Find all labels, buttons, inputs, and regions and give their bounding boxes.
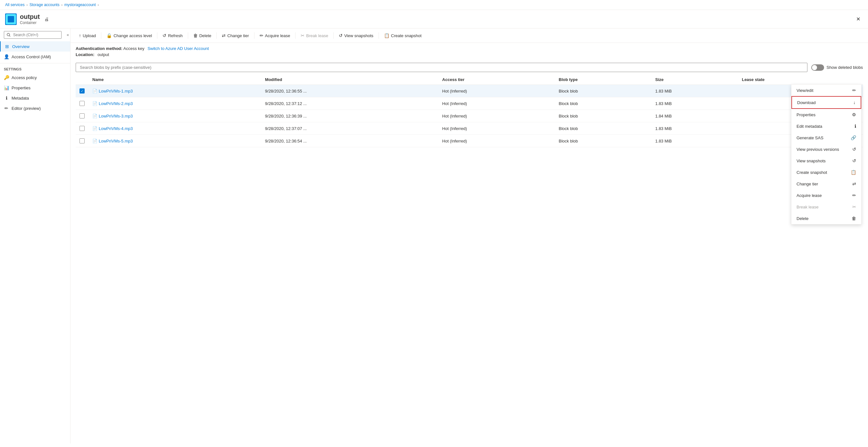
auth-label: Authentication method: [75, 46, 122, 51]
delete-button[interactable]: 🗑 Delete [190, 31, 215, 40]
table-row: ✓📄LowPriVMs-1.mp39/28/2020, 12:36:55 ...… [75, 85, 863, 97]
file-link-0[interactable]: LowPriVMs-1.mp3 [99, 89, 133, 94]
row-blob_type-2: Block blob [555, 110, 651, 122]
main-layout: « ⊞ Overview 👤 Access Control (IAM) Sett… [0, 29, 868, 444]
menu-label-break-lease: Break lease [797, 205, 819, 209]
table-row: 📄LowPriVMs-4.mp39/28/2020, 12:37:07 ...H… [75, 122, 863, 135]
menu-item-view-previous[interactable]: View previous versions↺ [792, 143, 861, 155]
row-name-2: 📄LowPriVMs-3.mp3 [89, 110, 261, 122]
menu-label-view-previous: View previous versions [797, 147, 839, 152]
show-deleted-toggle-group: Show deleted blobs [811, 64, 863, 71]
row-size-2: 1.84 MiB [651, 110, 738, 122]
menu-item-download[interactable]: Download↓ [792, 96, 861, 109]
refresh-label: Refresh [168, 33, 183, 38]
acquire-lease-icon: ✏ [260, 33, 264, 38]
location-label: Location: [75, 52, 95, 57]
file-link-1[interactable]: LowPriVMs-2.mp3 [99, 101, 133, 106]
row-checkbox-4[interactable] [80, 138, 85, 143]
menu-icon-view-snapshots: ↺ [852, 158, 856, 163]
row-blob_type-3: Block blob [555, 122, 651, 135]
break-lease-button[interactable]: ✂ Break lease [298, 31, 332, 40]
sidebar-item-properties[interactable]: 📊 Properties [0, 82, 70, 93]
refresh-button[interactable]: ↺ Refresh [159, 31, 186, 40]
sidebar-item-iam[interactable]: 👤 Access Control (IAM) [0, 51, 70, 62]
change-access-label: Change access level [114, 33, 152, 38]
menu-item-delete[interactable]: Delete🗑 [792, 213, 861, 224]
sidebar-item-overview[interactable]: ⊞ Overview [0, 41, 70, 51]
breadcrumb-all-services[interactable]: All services [5, 3, 25, 7]
breadcrumb-storage-accounts[interactable]: Storage accounts [30, 3, 59, 7]
toolbar: ↑ Upload 🔒 Change access level ↺ Refresh… [70, 29, 868, 43]
breadcrumb-mystorageaccount[interactable]: mystorageaccount [64, 3, 96, 7]
toolbar-sep-3 [188, 32, 188, 39]
show-deleted-toggle[interactable] [811, 64, 824, 71]
menu-item-acquire-lease[interactable]: Acquire lease✏ [792, 190, 861, 201]
sidebar-item-overview-label: Overview [12, 44, 30, 49]
change-tier-button[interactable]: ⇄ Change tier [219, 31, 252, 40]
close-button[interactable]: ✕ [854, 15, 863, 23]
create-snapshot-button[interactable]: 📋 Create snapshot [381, 31, 425, 40]
breadcrumb-sep-1: › [27, 3, 28, 7]
acquire-lease-label: Acquire lease [265, 33, 290, 38]
menu-item-view-snapshots[interactable]: View snapshots↺ [792, 155, 861, 167]
menu-label-acquire-lease: Acquire lease [797, 193, 822, 198]
row-blob_type-1: Block blob [555, 97, 651, 110]
menu-icon-view-previous: ↺ [852, 147, 856, 152]
menu-item-generate-sas[interactable]: Generate SAS🔗 [792, 132, 861, 143]
iam-icon: 👤 [4, 54, 9, 59]
row-checkbox-1[interactable] [80, 101, 85, 106]
sidebar-item-editor[interactable]: ✏ Editor (preview) [0, 103, 70, 113]
row-modified-2: 9/28/2020, 12:36:39 ... [261, 110, 438, 122]
row-access_tier-2: Hot (Inferred) [438, 110, 555, 122]
info-bar: Authentication method: Access key Switch… [70, 43, 868, 60]
th-size: Size [651, 75, 738, 85]
acquire-lease-button[interactable]: ✏ Acquire lease [256, 31, 293, 40]
row-checkbox-3[interactable] [80, 126, 85, 131]
menu-item-edit-metadata[interactable]: Edit metadataℹ [792, 121, 861, 132]
change-tier-icon: ⇄ [222, 33, 226, 38]
row-checkbox-2[interactable] [80, 113, 85, 118]
blob-search-input[interactable] [75, 63, 807, 72]
sidebar-item-metadata[interactable]: ℹ Metadata [0, 93, 70, 103]
menu-icon-view-edit: ✏ [852, 88, 856, 93]
menu-item-change-tier[interactable]: Change tier⇄ [792, 178, 861, 190]
sidebar-item-access-policy[interactable]: 🔑 Access policy [0, 72, 70, 82]
file-icon-0: 📄 [92, 89, 97, 94]
search-input[interactable] [4, 31, 62, 39]
menu-label-view-edit: View/edit [797, 88, 813, 93]
file-icon-4: 📄 [92, 139, 97, 143]
auth-link[interactable]: Switch to Azure AD User Account [148, 46, 209, 51]
page-title: output [20, 13, 40, 21]
page-header: output Container 🖨 ✕ [0, 10, 868, 29]
create-snapshot-icon: 📋 [384, 33, 390, 38]
menu-icon-break-lease: ✂ [852, 204, 856, 209]
upload-icon: ↑ [79, 33, 81, 38]
row-blob_type-4: Block blob [555, 135, 651, 147]
breadcrumb-sep-3: › [98, 3, 99, 7]
menu-label-view-snapshots: View snapshots [797, 159, 826, 163]
file-link-3[interactable]: LowPriVMs-4.mp3 [99, 126, 133, 131]
collapse-button[interactable]: « [65, 31, 70, 38]
menu-item-create-snapshot[interactable]: Create snapshot📋 [792, 167, 861, 178]
file-link-2[interactable]: LowPriVMs-3.mp3 [99, 114, 133, 118]
upload-button[interactable]: ↑ Upload [75, 31, 99, 40]
view-snapshots-button[interactable]: ↺ View snapshots [336, 31, 377, 40]
file-icon-3: 📄 [92, 126, 97, 131]
print-button[interactable]: 🖨 [43, 15, 50, 23]
change-access-button[interactable]: 🔒 Change access level [103, 31, 155, 40]
menu-icon-properties: ⚙ [852, 112, 856, 117]
menu-item-properties[interactable]: Properties⚙ [792, 109, 861, 121]
row-name-3: 📄LowPriVMs-4.mp3 [89, 122, 261, 135]
title-group: output Container [20, 13, 40, 25]
sidebar-item-properties-label: Properties [11, 85, 30, 90]
breadcrumb: All services › Storage accounts › mystor… [0, 0, 868, 10]
menu-item-view-edit[interactable]: View/edit✏ [792, 84, 861, 96]
row-modified-1: 9/28/2020, 12:37:12 ... [261, 97, 438, 110]
row-checkbox-0[interactable]: ✓ [80, 89, 85, 94]
sidebar: « ⊞ Overview 👤 Access Control (IAM) Sett… [0, 29, 70, 444]
file-link-4[interactable]: LowPriVMs-5.mp3 [99, 139, 133, 143]
table-row: 📄LowPriVMs-5.mp39/28/2020, 12:36:54 ...H… [75, 135, 863, 147]
delete-icon: 🗑 [193, 33, 198, 38]
toolbar-sep-8 [378, 32, 379, 39]
th-blob-type: Blob type [555, 75, 651, 85]
